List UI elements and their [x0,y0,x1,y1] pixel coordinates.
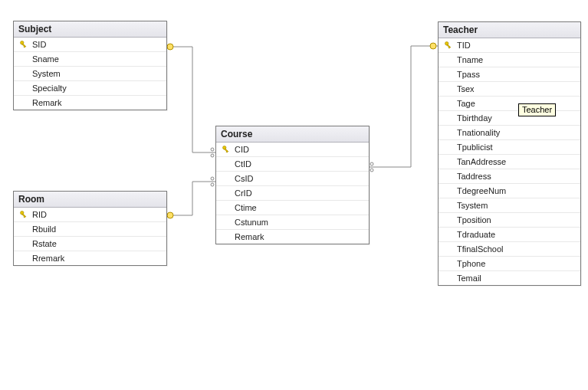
field-label: Cstunum [233,218,366,227]
primary-key-icon [442,41,455,50]
field-label: Tsex [455,84,577,93]
table-row[interactable]: Tpublicist [439,140,580,155]
svg-point-4 [211,183,214,186]
field-label: Taddress [455,172,577,181]
svg-point-7 [370,169,373,172]
table-row[interactable]: Taddress [439,169,580,184]
field-label: Tage [455,99,577,108]
field-label: Tdraduate [455,230,577,239]
primary-key-icon [17,210,31,219]
table-row[interactable]: Rstate [14,237,166,251]
field-label: Sname [31,54,163,64]
table-course-header[interactable]: Course [216,126,369,143]
primary-key-icon [219,145,233,154]
field-label: TdegreeNum [455,186,577,195]
table-subject-header[interactable]: Subject [14,21,166,38]
table-row[interactable]: Remark [216,230,369,244]
field-label: Remark [233,232,366,241]
table-row[interactable]: CID [216,143,369,157]
table-row[interactable]: Rremark [14,251,166,265]
table-row[interactable]: Tsystem [439,198,580,213]
table-row[interactable]: Tphone [439,257,580,271]
table-course-body: CIDCtIDCsIDCrIDCtimeCstunumRemark [216,143,369,244]
table-teacher-body: TIDTnameTpassTsexTageTbirthdayTnationali… [439,38,580,285]
field-label: Rbuild [31,224,163,234]
table-teacher[interactable]: Teacher TIDTnameTpassTsexTageTbirthdayTn… [438,21,581,286]
field-label: CtID [233,159,366,169]
table-row[interactable]: TfinalSchool [439,242,580,257]
relationship-course-room [166,177,215,218]
table-row[interactable]: CtID [216,157,369,172]
svg-point-2 [167,44,173,50]
field-label: TanAddresse [455,157,577,166]
table-row[interactable]: Tage [439,97,580,111]
field-label: CrID [233,188,366,198]
table-row[interactable]: RID [14,208,166,222]
field-label: Tbirthday [455,113,577,123]
svg-point-5 [167,212,173,218]
table-row[interactable]: Tpass [439,67,580,82]
tooltip-teacher: Teacher [518,103,556,116]
svg-point-8 [430,43,436,49]
table-row[interactable]: Rbuild [14,222,166,237]
field-label: Tphone [455,259,577,268]
field-label: Tname [455,55,577,64]
table-subject[interactable]: Subject SIDSnameSystemSpecialtyRemark [13,21,167,110]
table-course[interactable]: Course CIDCtIDCsIDCrIDCtimeCstunumRemark [215,126,370,244]
table-room[interactable]: Room RIDRbuildRstateRremark [13,191,167,266]
table-row[interactable]: TanAddresse [439,155,580,169]
field-label: Rstate [31,239,163,248]
field-label: TID [455,41,577,50]
svg-point-1 [211,154,214,157]
field-label: CID [233,145,366,154]
field-label: Tpass [455,70,577,79]
field-label: Specialty [31,84,163,93]
field-label: Temail [455,274,577,283]
table-room-body: RIDRbuildRstateRremark [14,208,166,265]
table-row[interactable]: Remark [14,96,166,110]
table-room-header[interactable]: Room [14,192,166,208]
table-row[interactable]: Tdraduate [439,228,580,242]
table-row[interactable]: Tbirthday [439,111,580,126]
table-row[interactable]: TID [439,38,580,53]
svg-point-0 [211,148,214,151]
field-label: Rremark [31,254,163,263]
field-label: RID [31,210,163,219]
table-row[interactable]: Sname [14,52,166,67]
svg-point-3 [211,177,214,180]
table-row[interactable]: Temail [439,271,580,285]
table-row[interactable]: Tsex [439,82,580,97]
svg-point-6 [370,162,373,166]
table-row[interactable]: Tnationality [439,126,580,140]
table-teacher-header[interactable]: Teacher [439,22,580,38]
table-row[interactable]: CrID [216,186,369,201]
field-label: Ctime [233,203,366,212]
relationship-course-subject [166,44,215,157]
field-label: Tpublicist [455,143,577,152]
field-label: TfinalSchool [455,244,577,254]
table-row[interactable]: Tname [439,53,580,67]
table-row[interactable]: Cstunum [216,215,369,230]
field-label: SID [31,40,163,49]
field-label: Tnationality [455,128,577,137]
table-row[interactable]: Specialty [14,81,166,96]
field-label: CsID [233,174,366,183]
field-label: Tsystem [455,201,577,210]
table-row[interactable]: System [14,67,166,81]
table-row[interactable]: SID [14,38,166,52]
table-row[interactable]: Tposition [439,213,580,228]
field-label: System [31,69,163,78]
table-row[interactable]: Ctime [216,201,369,215]
table-subject-body: SIDSnameSystemSpecialtyRemark [14,38,166,110]
table-row[interactable]: TdegreeNum [439,184,580,198]
table-row[interactable]: CsID [216,172,369,186]
field-label: Remark [31,98,163,107]
primary-key-icon [17,40,31,49]
relationship-course-teacher [369,43,438,172]
field-label: Tposition [455,215,577,224]
